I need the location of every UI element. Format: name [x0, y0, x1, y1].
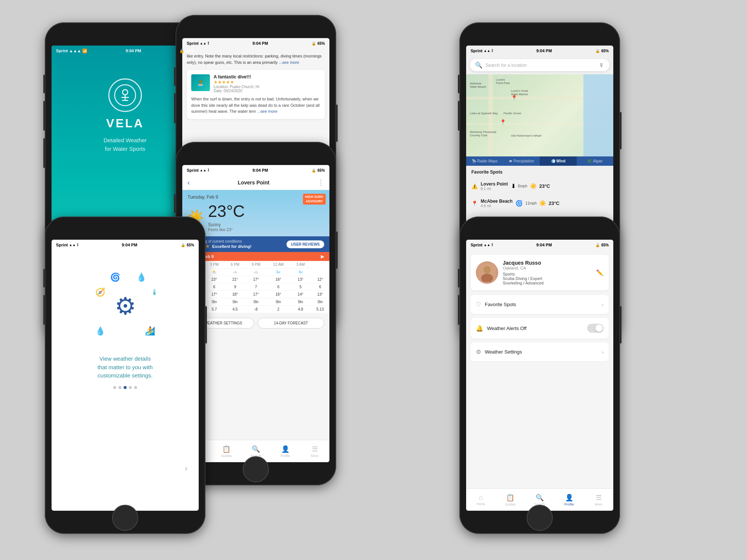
feels-like: Feels like 23° — [208, 227, 245, 232]
time-p3: 9:04 PM — [252, 168, 268, 172]
more-icon-p6: ☰ — [596, 494, 602, 502]
water-orbit-icon: 💧 — [136, 273, 146, 282]
home-button-phone3[interactable] — [243, 456, 269, 482]
phone-onboarding: Sprint ▲▲ ⟟ 9:04 PM 🔒 65% 🌀 💧 🧭 🌡 💧 — [45, 217, 205, 534]
favorite-spots-row[interactable]: ♡ Favorite Spots › — [471, 295, 609, 314]
chevron-right-icon-spots: › — [602, 302, 604, 308]
sun-icon-mcabee: ☀️ — [539, 200, 546, 207]
nav-more-p6[interactable]: ☰ More — [584, 494, 613, 506]
settings-list: ♡ Favorite Spots › 🔔 Weather Alerts Off … — [466, 295, 613, 361]
drop-orbit-icon: 💧 — [95, 326, 105, 336]
time-p2: 9:04 PM — [252, 41, 268, 46]
review-intro-text: like entry. Note the many local restrict… — [187, 53, 325, 65]
map-view[interactable]: AsilomarState Beach LoversPoint Park Lov… — [466, 74, 613, 156]
more-options-button[interactable]: ⋮ — [317, 178, 324, 187]
see-more-link-1[interactable]: ...see more — [279, 60, 299, 65]
see-more-link-2[interactable]: ...see more — [257, 109, 278, 113]
carrier: Sprint — [56, 49, 68, 53]
forecast-arrow-icon: ▶ — [321, 254, 324, 259]
nav-more-p3[interactable]: ☰ More — [300, 445, 329, 458]
time: 9:04 PM — [125, 49, 141, 53]
guides-icon-p6: 📋 — [506, 494, 514, 502]
onboarding-content: 🌀 💧 🧭 🌡 💧 🏄 ⚙ View weather details that … — [52, 250, 199, 511]
tab-radar-maps[interactable]: 📡 Radar Maps — [466, 156, 503, 166]
home-button-phone5[interactable] — [112, 505, 138, 531]
map-label-pacific-grove: Pacific Grove — [503, 112, 521, 115]
nav-home-p6[interactable]: ⌂ Home — [466, 494, 496, 506]
profile-card: Jacques Russo Oakland, CA Sports: Scuba … — [471, 255, 609, 290]
phone-profile: Sprint ▲▲ ⟟ 9:04 PM 🔒 65% — [459, 217, 620, 534]
review-location-1: Location: Puako Church, HI — [214, 85, 320, 89]
dot-5[interactable] — [134, 386, 137, 389]
search-icon-p3: 🔍 — [252, 445, 260, 453]
user-sports: Sports: Scuba Diving / Expert Snorkeling… — [503, 272, 592, 285]
home-button-phone6[interactable] — [527, 505, 553, 531]
tab-wind[interactable]: 💨 Wind — [540, 156, 577, 166]
weather-alerts-toggle[interactable] — [587, 324, 604, 333]
splash-logo: VELA — [106, 78, 144, 130]
time-9pm: 9 PM — [245, 261, 266, 268]
dot-1[interactable] — [113, 386, 116, 389]
review-header-1: 🏝️ A fantastic dive!!! ★★★★★ Location: P… — [191, 74, 320, 93]
next-arrow-button[interactable]: › — [185, 464, 187, 473]
more-icon-p3: ☰ — [312, 445, 318, 453]
user-sport-1: Scuba Diving / Expert — [503, 276, 542, 281]
review-thumbnail-1: 🏝️ — [191, 74, 210, 91]
nav-search-p3[interactable]: 🔍 Search — [241, 445, 271, 458]
spot-name-lovers: Lovers Point — [481, 181, 508, 187]
battery-p2: 65% — [317, 41, 325, 46]
forecast-14day-button[interactable]: 14-DAY FORECAST — [258, 318, 324, 329]
wind-speed-lovers: 6mph — [518, 184, 527, 188]
dot-4[interactable] — [129, 386, 132, 389]
tab-precipitation[interactable]: 🌧 Precipitation — [503, 156, 540, 166]
map-pin-1[interactable]: 📍 — [511, 95, 517, 101]
time-p5: 9:04 PM — [122, 243, 137, 247]
nav-more-label-p3: More — [311, 454, 319, 458]
signal-p3: ▲▲ — [200, 168, 207, 172]
search-input-placeholder[interactable]: Search for a location — [486, 63, 596, 68]
spot-weather-lovers: ⬇ 6mph ☀️ 23°C — [511, 183, 550, 190]
nav-guides-p3[interactable]: 📋 Guides — [212, 445, 241, 458]
nav-guides-label-p6: Guides — [505, 503, 516, 506]
location-search-bar[interactable]: 🔍 Search for a location 🎙 — [470, 59, 610, 71]
nav-profile-p3[interactable]: 👤 Profile — [270, 445, 300, 458]
nav-guides-label-p3: Guides — [221, 454, 232, 458]
nav-home-label-p6: Home — [476, 502, 485, 506]
tab-algae[interactable]: 🌿 Algae — [577, 156, 614, 166]
map-label-lovers-point-park: LoversPoint Park — [496, 78, 510, 85]
person-orbit-icon: 🏄 — [145, 326, 155, 336]
profile-info: Jacques Russo Oakland, CA Sports: Scuba … — [503, 260, 592, 285]
dot-3-active[interactable] — [124, 386, 127, 389]
nav-search-p6[interactable]: 🔍 Search — [525, 494, 555, 506]
vela-activity-label: Excellent for diving! — [212, 244, 251, 249]
search-icon-p6: 🔍 — [536, 494, 544, 502]
svg-point-14 — [483, 266, 491, 274]
edit-profile-button[interactable]: ✏️ — [596, 269, 604, 276]
profile-icon-p6: 👤 — [565, 494, 573, 502]
microphone-icon[interactable]: 🎙 — [599, 62, 604, 68]
user-sport-2: Snorkeling / Advanced — [503, 281, 543, 285]
onboard-pagination-dots — [113, 386, 137, 389]
weather-alerts-row[interactable]: 🔔 Weather Alerts Off — [471, 318, 609, 339]
map-tabs-bar: 📡 Radar Maps 🌧 Precipitation 💨 Wind 🌿 Al… — [466, 156, 613, 166]
lock-p4: 🔒 — [595, 49, 600, 53]
splash-subtitle: Detailed Weather for Water Sports — [103, 136, 147, 153]
back-button[interactable]: ‹ — [187, 179, 190, 187]
signal-p4: ▲▲ — [484, 49, 490, 53]
temperature-main: 23°C — [208, 202, 245, 221]
weather-settings-row[interactable]: ⚙ Weather Settings › — [471, 342, 609, 361]
map-pin-2[interactable]: 📍 — [500, 119, 506, 125]
fav-spot-lovers-point[interactable]: ⚠️ Lovers Point 8.1 mi ⬇ 6mph ☀️ 23°C — [471, 178, 608, 195]
weather-alert-badge: HIGH SURFADVISORY — [303, 194, 326, 205]
dot-2[interactable] — [118, 386, 121, 389]
review-stars-1: ★★★★★ — [214, 80, 320, 85]
home-icon-p6: ⌂ — [479, 494, 483, 501]
nav-profile-label-p3: Profile — [280, 454, 290, 458]
radar-icon: 📡 — [472, 159, 476, 163]
lock-icon-p2: 🔒 — [311, 41, 316, 46]
nav-guides-p6[interactable]: 📋 Guides — [496, 494, 525, 506]
user-reviews-button[interactable]: USER REVIEWS — [286, 240, 324, 248]
fav-spot-mcabee[interactable]: 📍 McAbee Beach 4.6 mi 🌀 11mph ☀️ 23°C — [471, 195, 608, 212]
time-p6: 9:04 PM — [536, 243, 552, 247]
nav-profile-p6[interactable]: 👤 Profile — [554, 494, 584, 506]
